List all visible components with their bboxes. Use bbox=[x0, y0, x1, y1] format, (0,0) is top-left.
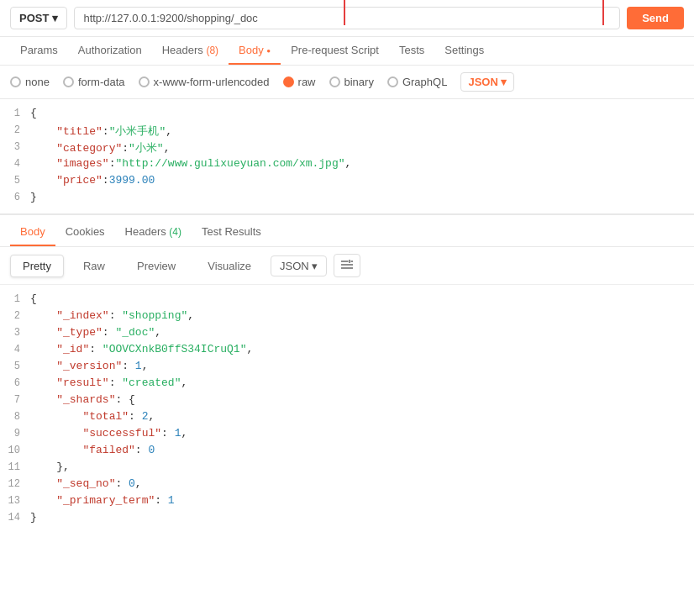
json-select-label: JSON bbox=[468, 76, 497, 88]
resp-line-13: 13 "_primary_term": 1 bbox=[0, 493, 694, 510]
json-type-select[interactable]: JSON ▾ bbox=[460, 72, 513, 92]
code-line-3: 3 "category":"小米", bbox=[0, 140, 694, 156]
format-binary[interactable]: binary bbox=[329, 76, 374, 88]
format-row: none form-data x-www-form-urlencoded raw… bbox=[0, 66, 694, 99]
resp-line-6: 6 "result": "created", bbox=[0, 376, 694, 392]
tab-params[interactable]: Params bbox=[10, 37, 68, 65]
radio-binary-icon bbox=[329, 76, 340, 87]
format-form-data[interactable]: form-data bbox=[63, 76, 125, 88]
resp-tab-headers[interactable]: Headers (4) bbox=[115, 218, 192, 246]
code-line-2: 2 "title":"小米手机", bbox=[0, 123, 694, 140]
preview-button[interactable]: Preview bbox=[124, 255, 188, 277]
radio-form-data-icon bbox=[63, 76, 74, 87]
resp-line-8: 8 "total": 2, bbox=[0, 409, 694, 426]
radio-urlencoded-icon bbox=[139, 76, 150, 87]
tab-pre-request[interactable]: Pre-request Script bbox=[281, 37, 389, 65]
code-line-4: 4 "images":"http://www.gulixueyuan.com/x… bbox=[0, 156, 694, 173]
resp-json-chevron-icon: ▾ bbox=[312, 260, 318, 272]
method-label: POST bbox=[19, 12, 49, 24]
resp-line-11: 11 }, bbox=[0, 460, 694, 476]
radio-none-icon bbox=[10, 76, 21, 87]
send-button[interactable]: Send bbox=[627, 7, 684, 29]
method-dropdown[interactable]: POST ▾ bbox=[10, 7, 67, 29]
radio-raw-icon bbox=[283, 76, 294, 87]
format-raw[interactable]: raw bbox=[283, 76, 316, 88]
pretty-button[interactable]: Pretty bbox=[10, 255, 64, 277]
resp-line-5: 5 "_version": 1, bbox=[0, 359, 694, 376]
resp-line-4: 4 "_id": "OOVCXnkB0ffS34ICruQ1", bbox=[0, 342, 694, 359]
code-line-6: 6 } bbox=[0, 190, 694, 207]
tab-tests[interactable]: Tests bbox=[389, 37, 434, 65]
response-code-area: 1 { 2 "_index": "shopping", 3 "_type": "… bbox=[0, 285, 694, 534]
resp-line-3: 3 "_type": "_doc", bbox=[0, 325, 694, 342]
tab-authorization[interactable]: Authorization bbox=[68, 37, 152, 65]
resp-line-14: 14 } bbox=[0, 510, 694, 527]
method-chevron-icon: ▾ bbox=[52, 12, 58, 24]
resp-line-12: 12 "_seq_no": 0, bbox=[0, 476, 694, 493]
resp-tab-cookies[interactable]: Cookies bbox=[55, 218, 115, 246]
resp-tab-body[interactable]: Body bbox=[10, 218, 55, 246]
resp-line-7: 7 "_shards": { bbox=[0, 392, 694, 409]
resp-tab-test-results[interactable]: Test Results bbox=[192, 218, 271, 246]
code-line-5: 5 "price":3999.00 bbox=[0, 173, 694, 190]
pretty-row: Pretty Raw Preview Visualize JSON ▾ bbox=[0, 247, 694, 285]
resp-line-2: 2 "_index": "shopping", bbox=[0, 308, 694, 325]
code-line-1: 1 { bbox=[0, 106, 694, 123]
tab-headers[interactable]: Headers (8) bbox=[152, 37, 229, 65]
format-urlencoded[interactable]: x-www-form-urlencoded bbox=[139, 76, 270, 88]
resp-line-1: 1 { bbox=[0, 292, 694, 308]
url-input[interactable] bbox=[74, 7, 620, 29]
resp-headers-badge: (4) bbox=[169, 226, 181, 238]
tab-body[interactable]: Body ● bbox=[229, 37, 281, 65]
response-tabs: Body Cookies Headers (4) Test Results bbox=[0, 215, 694, 247]
filter-button[interactable] bbox=[334, 254, 360, 277]
format-graphql[interactable]: GraphQL bbox=[387, 76, 447, 88]
resp-json-select[interactable]: JSON ▾ bbox=[271, 255, 327, 276]
json-chevron-icon: ▾ bbox=[501, 76, 507, 88]
format-none[interactable]: none bbox=[10, 76, 50, 88]
headers-badge: (8) bbox=[206, 45, 218, 56]
request-tabs: Params Authorization Headers (8) Body ● … bbox=[0, 37, 694, 66]
visualize-button[interactable]: Visualize bbox=[195, 255, 264, 277]
request-code-editor[interactable]: 1 { 2 "title":"小米手机", 3 "category":"小米",… bbox=[0, 99, 694, 215]
resp-json-label: JSON bbox=[280, 260, 309, 272]
radio-graphql-icon bbox=[387, 76, 398, 87]
resp-line-10: 10 "failed": 0 bbox=[0, 443, 694, 460]
top-bar: POST ▾ Send bbox=[0, 0, 694, 37]
resp-line-9: 9 "successful": 1, bbox=[0, 426, 694, 443]
raw-button[interactable]: Raw bbox=[71, 255, 118, 277]
filter-icon bbox=[341, 260, 353, 270]
tab-settings[interactable]: Settings bbox=[434, 37, 494, 65]
